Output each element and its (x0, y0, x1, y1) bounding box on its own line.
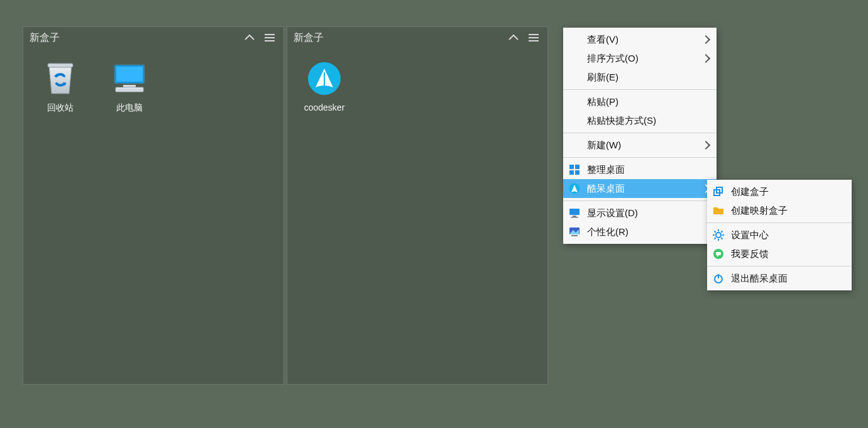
menu-display-settings[interactable]: 显示设置(D) (563, 204, 717, 222)
box2-title: 新盒子 (294, 31, 501, 45)
icon-label: 回收站 (28, 102, 92, 114)
collapse-icon[interactable] (242, 30, 257, 45)
gear-icon (712, 229, 725, 241)
menu-label: 创建盒子 (731, 186, 845, 198)
svg-rect-21 (571, 217, 578, 218)
chevron-right-icon (701, 141, 710, 150)
menu-new[interactable]: 新建(W) (563, 136, 717, 155)
svg-point-26 (716, 233, 721, 238)
menu-paste-shortcut[interactable]: 粘贴快捷方式(S) (563, 111, 717, 130)
coodesker-icon (305, 60, 343, 97)
svg-line-34 (715, 238, 716, 239)
menu-label: 整理桌面 (587, 164, 710, 176)
svg-rect-15 (575, 165, 580, 169)
svg-rect-19 (569, 209, 580, 215)
menu-separator (707, 266, 852, 266)
box2-body: coodesker (287, 48, 547, 126)
menu-label: 查看(V) (587, 34, 703, 46)
box1-body: 回收站 此电脑 (23, 48, 283, 128)
icon-label: coodesker (292, 102, 356, 112)
menu-separator (563, 89, 717, 90)
box1-title: 新盒子 (30, 31, 237, 45)
menu-label: 创建映射盒子 (731, 205, 845, 217)
chevron-right-icon (701, 54, 710, 63)
svg-rect-20 (573, 216, 576, 217)
menu-label: 酷呆桌面 (587, 183, 703, 195)
svg-rect-23 (571, 235, 578, 236)
coodesker-submenu: 创建盒子 创建映射盒子 设置中心 我要反馈 退出酷呆桌面 (707, 180, 852, 290)
create-box-icon (712, 185, 725, 198)
chevron-right-icon (701, 35, 710, 44)
collapse-icon[interactable] (506, 30, 521, 45)
menu-label: 显示设置(D) (587, 207, 710, 219)
submenu-exit[interactable]: 退出酷呆桌面 (707, 269, 852, 288)
icon-label: 此电脑 (97, 102, 162, 114)
menu-label: 排序方式(O) (587, 53, 703, 65)
svg-rect-36 (716, 252, 721, 255)
menu-icon[interactable] (526, 30, 541, 45)
menu-sort[interactable]: 排序方式(O) (563, 49, 717, 68)
submenu-feedback[interactable]: 我要反馈 (707, 244, 852, 263)
recycle-bin-icon (41, 60, 79, 97)
svg-line-32 (721, 238, 722, 239)
svg-rect-6 (123, 85, 136, 87)
menu-separator (563, 157, 717, 158)
svg-line-33 (721, 231, 722, 233)
menu-coodesker[interactable]: 酷呆桌面 (563, 179, 717, 198)
menu-organize-desktop[interactable]: 整理桌面 (563, 160, 717, 179)
personalize-icon (568, 226, 581, 238)
desktop-context-menu: 查看(V) 排序方式(O) 刷新(E) 粘贴(P) 粘贴快捷方式(S) 新建(W… (563, 28, 717, 244)
grid-icon (568, 163, 581, 176)
menu-separator (563, 133, 717, 133)
folder-icon (712, 204, 725, 217)
menu-refresh[interactable]: 刷新(E) (563, 68, 717, 87)
svg-line-31 (715, 231, 716, 233)
box2-header[interactable]: 新盒子 (287, 27, 547, 48)
svg-rect-14 (569, 165, 574, 169)
menu-label: 刷新(E) (587, 72, 710, 84)
menu-label: 新建(W) (587, 140, 703, 151)
menu-icon[interactable] (262, 30, 277, 45)
desktop-box-2: 新盒子 coodesker (287, 26, 548, 385)
menu-separator (707, 222, 852, 223)
svg-rect-17 (575, 170, 580, 175)
svg-rect-3 (48, 63, 73, 67)
menu-view[interactable]: 查看(V) (563, 30, 717, 49)
menu-personalize[interactable]: 个性化(R) (563, 222, 717, 241)
menu-label: 粘贴快捷方式(S) (587, 115, 710, 127)
menu-label: 粘贴(P) (587, 96, 710, 108)
submenu-create-mapped-box[interactable]: 创建映射盒子 (707, 201, 852, 220)
menu-label: 设置中心 (731, 229, 845, 241)
box1-header[interactable]: 新盒子 (23, 27, 283, 48)
icon-recycle-bin[interactable]: 回收站 (26, 55, 95, 121)
feedback-icon (712, 248, 725, 260)
menu-label: 退出酷呆桌面 (731, 273, 845, 285)
svg-rect-16 (569, 170, 574, 175)
menu-separator (563, 200, 717, 201)
menu-label: 个性化(R) (587, 226, 710, 238)
icon-this-pc[interactable]: 此电脑 (95, 55, 164, 121)
desktop-box-1: 新盒子 (23, 26, 284, 385)
menu-label: 我要反馈 (731, 248, 845, 260)
menu-paste[interactable]: 粘贴(P) (563, 92, 717, 111)
monitor-icon (568, 207, 581, 219)
submenu-create-box[interactable]: 创建盒子 (707, 182, 852, 201)
this-pc-icon (111, 60, 148, 97)
coodesker-small-icon (568, 182, 581, 195)
submenu-settings[interactable]: 设置中心 (707, 226, 852, 244)
power-icon (712, 272, 725, 285)
svg-rect-5 (116, 67, 143, 82)
icon-coodesker[interactable]: coodesker (290, 55, 359, 120)
